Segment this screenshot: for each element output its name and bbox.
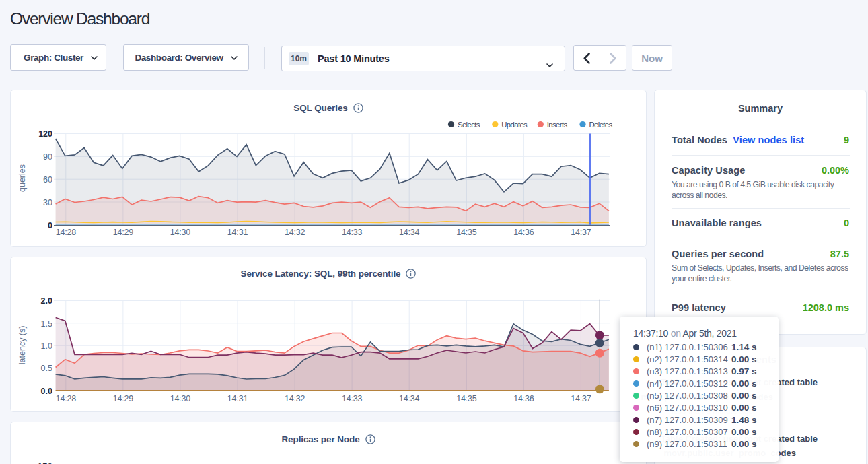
svg-text:14:31: 14:31 bbox=[227, 228, 248, 237]
svg-text:120: 120 bbox=[38, 129, 52, 139]
svg-text:14:29: 14:29 bbox=[113, 394, 134, 403]
svg-text:14:34: 14:34 bbox=[399, 394, 420, 403]
svg-text:14:37: 14:37 bbox=[571, 394, 591, 403]
svg-text:14:35: 14:35 bbox=[456, 228, 477, 237]
svg-text:30: 30 bbox=[43, 198, 52, 207]
svg-text:2.0: 2.0 bbox=[41, 296, 52, 306]
svg-text:0.0: 0.0 bbox=[41, 387, 52, 396]
svg-text:14:33: 14:33 bbox=[342, 228, 363, 237]
svg-text:Deletes: Deletes bbox=[589, 121, 613, 129]
svg-text:0: 0 bbox=[48, 221, 52, 230]
svg-text:14:36: 14:36 bbox=[513, 228, 534, 237]
svg-text:14:28: 14:28 bbox=[56, 228, 77, 237]
svg-text:queries: queries bbox=[17, 164, 27, 192]
svg-text:14:32: 14:32 bbox=[285, 394, 305, 403]
svg-text:14:30: 14:30 bbox=[170, 228, 191, 237]
svg-text:latency (s): latency (s) bbox=[17, 326, 27, 365]
svg-text:90: 90 bbox=[43, 152, 52, 162]
svg-text:14:32: 14:32 bbox=[285, 228, 305, 237]
svg-text:14:36: 14:36 bbox=[513, 394, 534, 403]
svg-text:1.0: 1.0 bbox=[41, 341, 52, 351]
svg-text:14:34: 14:34 bbox=[399, 228, 420, 237]
svg-text:14:33: 14:33 bbox=[342, 394, 363, 403]
svg-text:14:30: 14:30 bbox=[170, 394, 191, 403]
svg-text:14:29: 14:29 bbox=[113, 228, 134, 237]
svg-text:Updates: Updates bbox=[501, 121, 528, 129]
svg-text:14:37: 14:37 bbox=[571, 228, 591, 237]
svg-text:1.5: 1.5 bbox=[41, 319, 52, 329]
svg-text:14:31: 14:31 bbox=[227, 394, 248, 403]
svg-text:Inserts: Inserts bbox=[547, 121, 568, 129]
svg-text:14:35: 14:35 bbox=[456, 394, 477, 403]
svg-text:14:28: 14:28 bbox=[56, 394, 77, 403]
svg-text:Selects: Selects bbox=[458, 121, 480, 129]
svg-text:0.5: 0.5 bbox=[41, 364, 52, 373]
svg-text:60: 60 bbox=[43, 175, 52, 185]
